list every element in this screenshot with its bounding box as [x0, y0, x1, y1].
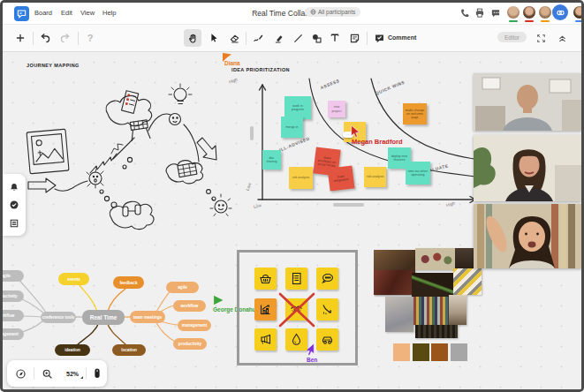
icon-cell-car[interactable]: [316, 328, 338, 351]
all-participants-badge[interactable]: All participants: [305, 7, 360, 17]
check-circle-icon[interactable]: [9, 200, 19, 210]
palette-swatch[interactable]: [451, 343, 467, 361]
comment-tool[interactable]: [370, 29, 388, 47]
moodboard-photo[interactable]: [413, 297, 449, 325]
car-icon: [320, 332, 335, 347]
avatar-participant-3[interactable]: [538, 5, 552, 19]
mindmap-node[interactable]: feedback: [113, 276, 144, 289]
icon-cell-basket[interactable]: [254, 268, 277, 290]
moodboard-photo[interactable]: [415, 248, 455, 270]
shapes-tool[interactable]: [307, 29, 325, 47]
palette-swatch[interactable]: [431, 343, 448, 361]
moodboard-photo[interactable]: [449, 295, 466, 325]
mindmap-node[interactable]: productivity: [3, 290, 24, 302]
megaphone-icon: [258, 332, 273, 347]
icon-cell-checklist[interactable]: [285, 268, 307, 290]
redo-button[interactable]: [56, 29, 73, 47]
moodboard-photo[interactable]: [415, 325, 458, 338]
whiteboard-canvas[interactable]: JOURNEY MAPPING: [3, 52, 581, 389]
mindmap-node[interactable]: location: [112, 344, 146, 356]
frame-scroll-handle-vertical[interactable]: [250, 126, 254, 140]
checklist-icon: [289, 271, 304, 286]
sticky-note[interactable]: time out when operating: [406, 162, 430, 185]
mindmap-node[interactable]: workflow: [173, 300, 206, 312]
zoom-level[interactable]: 52%: [59, 371, 86, 377]
printer-icon[interactable]: [474, 8, 485, 19]
journey-mapping-title[interactable]: JOURNEY MAPPING: [27, 63, 80, 68]
locate-icon: [15, 368, 27, 380]
hand-tool[interactable]: [184, 29, 201, 47]
video-feed-placeholder: [474, 135, 581, 201]
video-participant-2[interactable]: [474, 135, 581, 201]
sticky-note-tool[interactable]: [345, 29, 363, 47]
moodboard-photo[interactable]: [453, 268, 482, 295]
video-feed-placeholder: [474, 73, 581, 131]
sticky-note[interactable]: team integration: [328, 165, 355, 191]
pen-tool[interactable]: [249, 29, 267, 47]
highlighter-tool[interactable]: [269, 29, 287, 47]
sticky-note[interactable]: make change on welcome page: [403, 103, 427, 124]
collapse-toolbar-button[interactable]: [553, 29, 571, 47]
declining-chart-icon: [320, 302, 335, 317]
notes-list-icon[interactable]: [9, 218, 19, 229]
fullscreen-button[interactable]: [532, 29, 550, 47]
app-window: Board Edit View Help Real Time Collabora…: [0, 0, 584, 392]
palette-swatch[interactable]: [413, 343, 429, 361]
mouse-mode-button[interactable]: [87, 367, 107, 380]
mindmap-node[interactable]: agile: [3, 270, 24, 282]
idea-prioritization-title[interactable]: IDEA PRIORITIZATION: [231, 67, 290, 72]
sticky-note[interactable]: merge in: [281, 117, 303, 138]
zoom-in-icon: [42, 368, 53, 380]
chat-bubble-icon: [320, 271, 335, 286]
mindmap-node[interactable]: management: [178, 320, 211, 331]
mindmap-node[interactable]: events: [58, 273, 89, 285]
comment-label[interactable]: Comment: [388, 34, 416, 41]
locate-button[interactable]: [7, 368, 34, 380]
zoom-in-button[interactable]: [34, 368, 59, 380]
sticky-note[interactable]: new project: [328, 101, 345, 117]
mindmap-node[interactable]: conference tools: [41, 312, 76, 323]
icon-cell-megaphone[interactable]: [254, 328, 277, 351]
avatar-participant-4[interactable]: [573, 5, 584, 19]
palette-swatch[interactable]: [393, 343, 410, 361]
icon-cell-declining-chart[interactable]: [316, 298, 338, 320]
mindmap-node[interactable]: team meetings: [130, 311, 165, 323]
eraser-tool[interactable]: [225, 29, 243, 47]
video-participant-1[interactable]: [474, 73, 581, 131]
mindmap-node[interactable]: workflow: [3, 310, 24, 321]
frame-scroll-handle-horizontal[interactable]: [333, 203, 364, 207]
mindmap-center-node[interactable]: Real Time: [82, 310, 125, 325]
sticky-note[interactable]: doc sharing: [262, 150, 281, 170]
avatar-participant-2[interactable]: [522, 5, 536, 19]
chat-icon[interactable]: [490, 8, 501, 19]
avatar-participant-1[interactable]: [506, 5, 520, 19]
add-button[interactable]: [11, 29, 29, 47]
mindmap-node[interactable]: ideation: [55, 344, 90, 356]
icon-cell-growth-chart[interactable]: [254, 298, 277, 320]
undo-button[interactable]: [36, 29, 54, 47]
moodboard-collage[interactable]: [371, 248, 488, 365]
sticky-note[interactable]: risk analysis: [289, 167, 313, 189]
invite-link-button[interactable]: [552, 4, 568, 20]
mindmap-node[interactable]: productivity: [173, 338, 207, 350]
icon-cell-water-drop[interactable]: [285, 328, 307, 351]
mindmap-node[interactable]: agile: [166, 282, 199, 293]
cursor-arrow-icon: [350, 125, 362, 139]
journey-sketch[interactable]: [19, 76, 240, 235]
icon-cell-chat[interactable]: [316, 268, 338, 290]
moodboard-photo[interactable]: [412, 273, 453, 297]
sticky-note[interactable]: risk analysis: [364, 167, 386, 187]
left-dock-panel: [3, 174, 26, 236]
cursor-megan: Megan Bradford: [350, 125, 362, 139]
moodboard-photo[interactable]: [374, 270, 413, 295]
bell-icon[interactable]: [9, 182, 19, 192]
line-tool[interactable]: [289, 29, 307, 47]
phone-icon[interactable]: [459, 8, 470, 19]
video-participant-3[interactable]: [474, 204, 581, 268]
select-tool[interactable]: [205, 29, 223, 47]
globe-icon: [310, 9, 316, 15]
text-tool[interactable]: [326, 29, 344, 47]
moodboard-photo[interactable]: [385, 297, 413, 332]
mindmap-node[interactable]: management: [3, 328, 24, 340]
help-button[interactable]: ?: [81, 29, 99, 47]
